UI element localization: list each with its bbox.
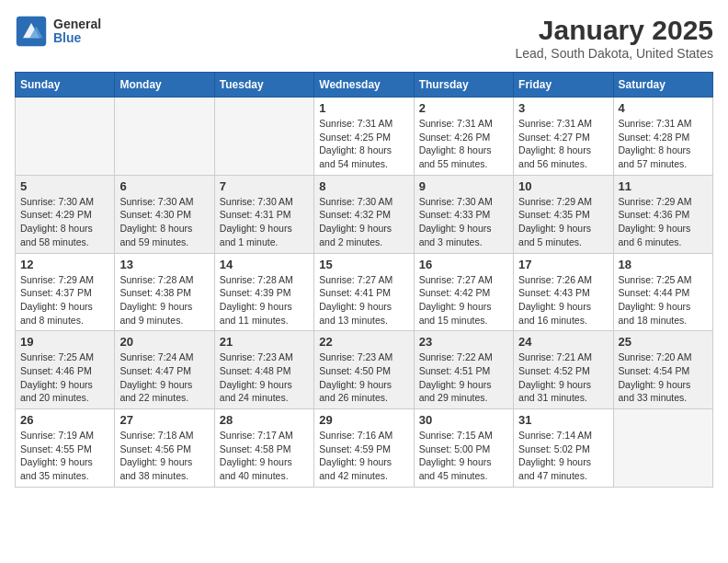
weekday-header: Monday <box>115 73 214 98</box>
day-info: Sunrise: 7:31 AM Sunset: 4:25 PM Dayligh… <box>319 117 408 171</box>
calendar-week-row: 12Sunrise: 7:29 AM Sunset: 4:37 PM Dayli… <box>16 253 713 331</box>
calendar-week-row: 5Sunrise: 7:30 AM Sunset: 4:29 PM Daylig… <box>16 175 713 253</box>
day-number: 9 <box>419 179 508 193</box>
calendar-day-cell <box>16 98 115 176</box>
calendar-day-cell: 6Sunrise: 7:30 AM Sunset: 4:30 PM Daylig… <box>115 175 214 253</box>
title-block: January 2025 Lead, South Dakota, United … <box>515 15 713 61</box>
day-number: 3 <box>518 101 608 115</box>
calendar-day-cell: 18Sunrise: 7:25 AM Sunset: 4:44 PM Dayli… <box>613 253 712 331</box>
day-number: 29 <box>319 413 408 427</box>
day-number: 30 <box>419 413 508 427</box>
weekday-header: Wednesday <box>314 73 414 98</box>
day-info: Sunrise: 7:30 AM Sunset: 4:30 PM Dayligh… <box>119 195 209 249</box>
calendar-day-cell: 20Sunrise: 7:24 AM Sunset: 4:47 PM Dayli… <box>115 331 214 409</box>
calendar-day-cell: 1Sunrise: 7:31 AM Sunset: 4:25 PM Daylig… <box>314 98 414 176</box>
day-number: 31 <box>518 413 608 427</box>
day-number: 27 <box>119 413 209 427</box>
calendar-day-cell: 10Sunrise: 7:29 AM Sunset: 4:35 PM Dayli… <box>514 175 613 253</box>
location: Lead, South Dakota, United States <box>515 46 713 61</box>
day-number: 22 <box>319 335 408 349</box>
day-info: Sunrise: 7:22 AM Sunset: 4:51 PM Dayligh… <box>419 350 508 405</box>
calendar-day-cell: 30Sunrise: 7:15 AM Sunset: 5:00 PM Dayli… <box>414 409 513 488</box>
weekday-header: Saturday <box>613 73 712 98</box>
calendar-day-cell: 5Sunrise: 7:30 AM Sunset: 4:29 PM Daylig… <box>16 175 115 253</box>
calendar-day-cell: 24Sunrise: 7:21 AM Sunset: 4:52 PM Dayli… <box>514 331 613 409</box>
calendar-day-cell: 14Sunrise: 7:28 AM Sunset: 4:39 PM Dayli… <box>214 253 313 331</box>
calendar-day-cell: 2Sunrise: 7:31 AM Sunset: 4:26 PM Daylig… <box>414 98 513 176</box>
day-info: Sunrise: 7:29 AM Sunset: 4:37 PM Dayligh… <box>20 273 109 327</box>
day-info: Sunrise: 7:31 AM Sunset: 4:28 PM Dayligh… <box>619 117 708 171</box>
day-info: Sunrise: 7:30 AM Sunset: 4:31 PM Dayligh… <box>220 195 309 249</box>
day-info: Sunrise: 7:26 AM Sunset: 4:43 PM Dayligh… <box>518 273 608 327</box>
day-number: 7 <box>220 179 309 193</box>
calendar-week-row: 1Sunrise: 7:31 AM Sunset: 4:25 PM Daylig… <box>16 98 713 176</box>
calendar-day-cell: 25Sunrise: 7:20 AM Sunset: 4:54 PM Dayli… <box>613 331 712 409</box>
calendar-day-cell: 21Sunrise: 7:23 AM Sunset: 4:48 PM Dayli… <box>214 331 313 409</box>
day-info: Sunrise: 7:29 AM Sunset: 4:35 PM Dayligh… <box>518 195 608 249</box>
day-info: Sunrise: 7:28 AM Sunset: 4:39 PM Dayligh… <box>220 273 309 327</box>
day-info: Sunrise: 7:31 AM Sunset: 4:27 PM Dayligh… <box>518 117 608 171</box>
day-number: 28 <box>220 413 309 427</box>
calendar-day-cell: 4Sunrise: 7:31 AM Sunset: 4:28 PM Daylig… <box>613 98 712 176</box>
calendar-day-cell: 8Sunrise: 7:30 AM Sunset: 4:32 PM Daylig… <box>314 175 414 253</box>
calendar-day-cell: 3Sunrise: 7:31 AM Sunset: 4:27 PM Daylig… <box>514 98 613 176</box>
calendar-day-cell: 16Sunrise: 7:27 AM Sunset: 4:42 PM Dayli… <box>414 253 513 331</box>
calendar-day-cell: 12Sunrise: 7:29 AM Sunset: 4:37 PM Dayli… <box>16 253 115 331</box>
calendar-day-cell: 22Sunrise: 7:23 AM Sunset: 4:50 PM Dayli… <box>314 331 414 409</box>
day-number: 12 <box>20 258 109 271</box>
day-number: 13 <box>119 258 209 271</box>
weekday-header: Sunday <box>16 73 115 98</box>
month-title: January 2025 <box>515 15 713 46</box>
calendar-day-cell <box>214 98 313 176</box>
day-number: 21 <box>220 335 309 349</box>
day-info: Sunrise: 7:30 AM Sunset: 4:32 PM Dayligh… <box>319 195 408 249</box>
day-info: Sunrise: 7:23 AM Sunset: 4:50 PM Dayligh… <box>319 350 408 405</box>
day-info: Sunrise: 7:14 AM Sunset: 5:02 PM Dayligh… <box>518 429 608 483</box>
calendar-week-row: 26Sunrise: 7:19 AM Sunset: 4:55 PM Dayli… <box>16 409 713 488</box>
calendar-day-cell: 9Sunrise: 7:30 AM Sunset: 4:33 PM Daylig… <box>414 175 513 253</box>
day-number: 17 <box>518 258 608 271</box>
day-info: Sunrise: 7:16 AM Sunset: 4:59 PM Dayligh… <box>319 429 408 483</box>
day-number: 25 <box>619 335 708 349</box>
day-number: 8 <box>319 179 408 193</box>
calendar-day-cell: 31Sunrise: 7:14 AM Sunset: 5:02 PM Dayli… <box>514 409 613 488</box>
day-number: 4 <box>619 101 708 115</box>
calendar-table: SundayMondayTuesdayWednesdayThursdayFrid… <box>15 72 713 488</box>
day-number: 26 <box>20 413 109 427</box>
day-number: 20 <box>119 335 209 349</box>
day-number: 1 <box>319 101 408 115</box>
calendar-day-cell: 27Sunrise: 7:18 AM Sunset: 4:56 PM Dayli… <box>115 409 214 488</box>
weekday-header: Tuesday <box>214 73 313 98</box>
day-info: Sunrise: 7:30 AM Sunset: 4:33 PM Dayligh… <box>419 195 508 249</box>
day-number: 23 <box>419 335 508 349</box>
day-number: 16 <box>419 258 508 271</box>
calendar-day-cell <box>115 98 214 176</box>
day-info: Sunrise: 7:24 AM Sunset: 4:47 PM Dayligh… <box>119 350 209 405</box>
day-number: 5 <box>20 179 109 193</box>
logo-text: General Blue <box>53 17 101 46</box>
calendar-day-cell: 29Sunrise: 7:16 AM Sunset: 4:59 PM Dayli… <box>314 409 414 488</box>
day-info: Sunrise: 7:20 AM Sunset: 4:54 PM Dayligh… <box>619 350 708 405</box>
weekday-header: Friday <box>514 73 613 98</box>
calendar-day-cell: 15Sunrise: 7:27 AM Sunset: 4:41 PM Dayli… <box>314 253 414 331</box>
calendar-day-cell: 19Sunrise: 7:25 AM Sunset: 4:46 PM Dayli… <box>16 331 115 409</box>
calendar-day-cell: 13Sunrise: 7:28 AM Sunset: 4:38 PM Dayli… <box>115 253 214 331</box>
calendar-day-cell: 28Sunrise: 7:17 AM Sunset: 4:58 PM Dayli… <box>214 409 313 488</box>
day-info: Sunrise: 7:19 AM Sunset: 4:55 PM Dayligh… <box>20 429 109 483</box>
day-info: Sunrise: 7:27 AM Sunset: 4:41 PM Dayligh… <box>319 273 408 327</box>
calendar-week-row: 19Sunrise: 7:25 AM Sunset: 4:46 PM Dayli… <box>16 331 713 409</box>
logo-general: General <box>53 17 101 31</box>
day-number: 14 <box>220 258 309 271</box>
day-number: 24 <box>518 335 608 349</box>
day-info: Sunrise: 7:28 AM Sunset: 4:38 PM Dayligh… <box>119 273 209 327</box>
day-info: Sunrise: 7:27 AM Sunset: 4:42 PM Dayligh… <box>419 273 508 327</box>
calendar-header-row: SundayMondayTuesdayWednesdayThursdayFrid… <box>16 73 713 98</box>
day-info: Sunrise: 7:31 AM Sunset: 4:26 PM Dayligh… <box>419 117 508 171</box>
calendar-day-cell: 17Sunrise: 7:26 AM Sunset: 4:43 PM Dayli… <box>514 253 613 331</box>
day-info: Sunrise: 7:23 AM Sunset: 4:48 PM Dayligh… <box>220 350 309 405</box>
calendar-day-cell: 7Sunrise: 7:30 AM Sunset: 4:31 PM Daylig… <box>214 175 313 253</box>
day-info: Sunrise: 7:21 AM Sunset: 4:52 PM Dayligh… <box>518 350 608 405</box>
logo-blue: Blue <box>53 31 101 45</box>
day-number: 11 <box>619 179 708 193</box>
day-info: Sunrise: 7:15 AM Sunset: 5:00 PM Dayligh… <box>419 429 508 483</box>
